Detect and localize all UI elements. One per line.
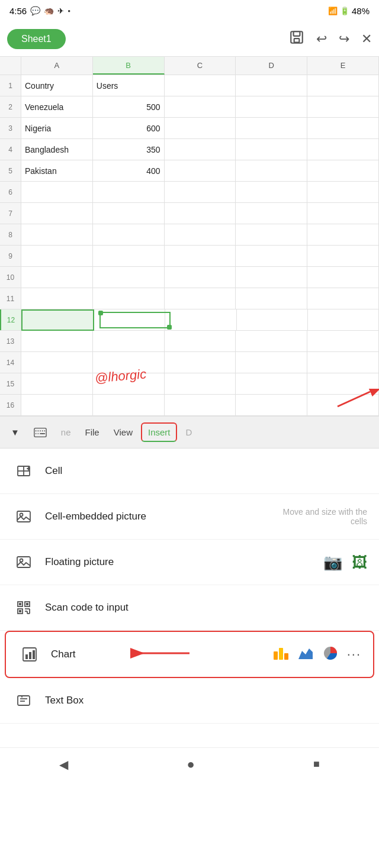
cell-d15[interactable] (236, 373, 307, 395)
col-header-d[interactable]: D (236, 57, 307, 75)
cell-d11[interactable] (236, 288, 307, 309)
cell-e15[interactable] (307, 373, 379, 395)
cell-a11[interactable] (21, 288, 93, 309)
nav-d[interactable]: D (179, 424, 198, 441)
cell-c10[interactable] (165, 267, 236, 288)
cell-e16[interactable] (307, 395, 379, 416)
cell-b3[interactable]: 600 (93, 118, 165, 139)
cell-d13[interactable] (236, 331, 307, 352)
nav-keyboard[interactable] (28, 424, 53, 441)
menu-item-scan-code[interactable]: Scan code to input (0, 585, 379, 631)
menu-item-text-box[interactable]: Text Box (0, 678, 379, 724)
area-chart-icon[interactable] (297, 645, 314, 664)
cell-e7[interactable] (307, 203, 379, 224)
cell-b8[interactable] (93, 224, 165, 246)
cell-a7[interactable] (21, 203, 93, 224)
cell-a12[interactable] (21, 309, 94, 331)
cell-c2[interactable] (165, 96, 236, 118)
cell-b10[interactable] (93, 267, 165, 288)
cell-c4[interactable] (165, 139, 236, 160)
cell-b12[interactable] (94, 309, 165, 331)
cell-a2[interactable]: Venezuela (21, 96, 93, 118)
cell-e3[interactable] (307, 118, 379, 139)
cell-d3[interactable] (236, 118, 307, 139)
cell-e10[interactable] (307, 267, 379, 288)
cell-c13[interactable] (165, 331, 236, 352)
cell-e13[interactable] (307, 331, 379, 352)
menu-item-chart[interactable]: Chart (5, 631, 374, 678)
cell-c12[interactable] (165, 309, 236, 331)
cell-d7[interactable] (236, 203, 307, 224)
cell-b16[interactable] (93, 395, 165, 416)
cell-a9[interactable] (21, 246, 93, 267)
cell-b1[interactable]: Users (93, 75, 165, 96)
nav-back[interactable]: ◀ (59, 757, 68, 772)
cell-a8[interactable] (21, 224, 93, 246)
cell-c1[interactable] (165, 75, 236, 96)
cell-b14[interactable] (93, 352, 165, 373)
nav-home[interactable]: ● (187, 757, 194, 772)
menu-item-cell-embedded-picture[interactable]: Cell-embedded picture Move and size with… (0, 494, 379, 540)
col-header-c[interactable]: C (165, 57, 236, 75)
cell-c6[interactable] (165, 182, 236, 203)
cell-c3[interactable] (165, 118, 236, 139)
cell-d5[interactable] (236, 160, 307, 182)
cell-d1[interactable] (236, 75, 307, 96)
cell-b15[interactable] (93, 373, 165, 395)
cell-b11[interactable] (93, 288, 165, 309)
sheet-tab[interactable]: Sheet1 (7, 29, 66, 49)
nav-collapse[interactable]: ▼ (5, 424, 25, 441)
cell-c5[interactable] (165, 160, 236, 182)
camera-icon[interactable]: 📷 (323, 553, 342, 572)
menu-item-floating-picture[interactable]: Floating picture 📷 🖼 (0, 540, 379, 585)
cell-e14[interactable] (307, 352, 379, 373)
cell-d9[interactable] (236, 246, 307, 267)
cell-a16[interactable] (21, 395, 93, 416)
cell-e1[interactable] (307, 75, 379, 96)
cell-d16[interactable] (236, 395, 307, 416)
cell-e11[interactable] (307, 288, 379, 309)
cell-a5[interactable]: Pakistan (21, 160, 93, 182)
cell-a4[interactable]: Bangladesh (21, 139, 93, 160)
more-icon[interactable]: ··· (347, 647, 361, 662)
cell-e4[interactable] (307, 139, 379, 160)
close-button[interactable]: ✕ (361, 31, 372, 47)
pie-chart-icon[interactable] (322, 645, 339, 664)
cell-c14[interactable] (165, 352, 236, 373)
cell-b9[interactable] (93, 246, 165, 267)
col-header-a[interactable]: A (21, 57, 93, 75)
nav-recent[interactable]: ■ (313, 758, 320, 770)
cell-a10[interactable] (21, 267, 93, 288)
cell-a3[interactable]: Nigeria (21, 118, 93, 139)
cell-c8[interactable] (165, 224, 236, 246)
col-header-e[interactable]: E (307, 57, 379, 75)
save-button[interactable] (289, 30, 304, 49)
cell-d6[interactable] (236, 182, 307, 203)
cell-e12[interactable] (308, 309, 379, 331)
cell-a1[interactable]: Country (21, 75, 93, 96)
cell-e5[interactable] (307, 160, 379, 182)
cell-e8[interactable] (307, 224, 379, 246)
cell-b7[interactable] (93, 203, 165, 224)
cell-b4[interactable]: 350 (93, 139, 165, 160)
nav-insert[interactable]: Insert (141, 422, 178, 442)
cell-e9[interactable] (307, 246, 379, 267)
cell-b13[interactable] (93, 331, 165, 352)
redo-button[interactable]: ↪ (339, 31, 349, 47)
cell-c15[interactable] (165, 373, 236, 395)
cell-d4[interactable] (236, 139, 307, 160)
cell-c11[interactable] (165, 288, 236, 309)
cell-b6[interactable] (93, 182, 165, 203)
cell-d12[interactable] (237, 309, 308, 331)
col-header-b[interactable]: B (93, 57, 165, 75)
cell-a13[interactable] (21, 331, 93, 352)
cell-e2[interactable] (307, 96, 379, 118)
cell-d2[interactable] (236, 96, 307, 118)
cell-c9[interactable] (165, 246, 236, 267)
cell-c16[interactable] (165, 395, 236, 416)
cell-d8[interactable] (236, 224, 307, 246)
cell-e6[interactable] (307, 182, 379, 203)
bar-chart-icon[interactable] (272, 644, 289, 665)
nav-view[interactable]: View (108, 424, 139, 441)
cell-b5[interactable]: 400 (93, 160, 165, 182)
